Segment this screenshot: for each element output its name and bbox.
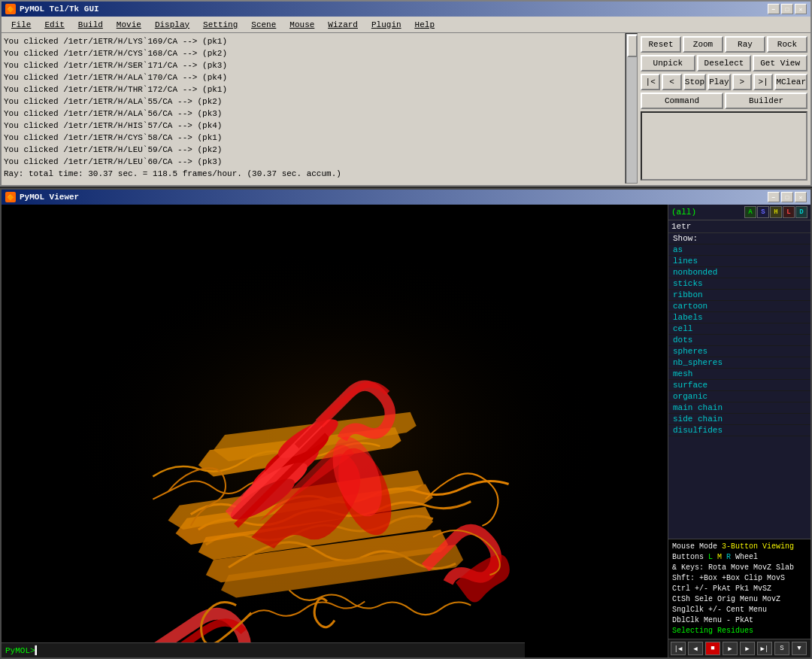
menu-item-wizard[interactable]: Wizard	[322, 19, 364, 31]
menu-list-item-0[interactable]: Show:	[668, 233, 810, 244]
menubar: FileEditBuildMovieDisplaySettingSceneMou…	[2, 17, 810, 33]
menu-list-item-9[interactable]: dots	[668, 335, 810, 346]
menu-item-setting[interactable]: Setting	[197, 19, 244, 31]
menu-list-item-4[interactable]: sticks	[668, 278, 810, 290]
frame-prev[interactable]: ◀	[688, 642, 703, 655]
command-line: PyMOL> ▍	[2, 642, 525, 657]
command-prompt: PyMOL>	[5, 646, 35, 655]
all-label: (all)	[671, 208, 744, 217]
protein-visualization	[2, 205, 668, 657]
menu-item-movie[interactable]: Movie	[111, 19, 147, 31]
menu-item-plugin[interactable]: Plugin	[365, 19, 408, 31]
log-line: You clicked /1etr/1ETR/H/ALA`55/CA --> (…	[4, 96, 623, 108]
menu-list-item-5[interactable]: ribbon	[668, 290, 810, 301]
menu-list-item-8[interactable]: cell	[668, 323, 810, 335]
menu-item-file[interactable]: File	[5, 19, 37, 31]
log-line: You clicked /1etr/1ETR/H/THR`172/CA --> …	[4, 84, 623, 96]
all-btn-s[interactable]: S	[757, 206, 769, 218]
object-1etr-row: 1etr	[668, 220, 810, 233]
nav-btn-<[interactable]: <	[662, 74, 681, 90]
viewer-maximize[interactable]: □	[781, 192, 793, 202]
ctrl-btn-command[interactable]: Command	[641, 93, 723, 109]
ctrl-btn-reset[interactable]: Reset	[641, 36, 681, 53]
tcltk-gui-window: 🔶 PyMOL Tcl/Tk GUI − □ ✕ FileEditBuildMo…	[0, 0, 812, 187]
all-btn-d[interactable]: D	[795, 206, 807, 218]
frame-next[interactable]: ▶	[740, 642, 755, 655]
pymol-viewer-window: 🔶 PyMOL Viewer − □ ✕	[0, 188, 812, 659]
menu-item-scene[interactable]: Scene	[245, 19, 282, 31]
log-line: You clicked /1etr/1ETR/H/HIS`57/CA --> (…	[4, 120, 623, 132]
log-line: You clicked /1etr/1ETR/H/LYS`169/CA --> …	[4, 35, 623, 47]
menu-item-edit[interactable]: Edit	[38, 19, 70, 31]
nav-btn-play[interactable]: Play	[707, 74, 730, 90]
ctrl-btn-ray[interactable]: Ray	[725, 36, 765, 53]
log-line: You clicked /1etr/1ETR/H/CYS`168/CA --> …	[4, 47, 623, 59]
log-line: You clicked /1etr/1ETR/H/LEU`60/CA --> (…	[4, 156, 623, 168]
menu-list-item-2[interactable]: lines	[668, 256, 810, 267]
frame-play[interactable]: ▶	[723, 642, 738, 655]
menu-item-build[interactable]: Build	[72, 19, 109, 31]
viewport-3d[interactable]: PyMOL> ▍	[2, 205, 668, 657]
mouse-keys-line3: Ctrl +/- PkAt Pk1 MvSZ	[672, 584, 807, 594]
selecting-residues: Selecting Residues	[672, 626, 807, 636]
menu-list-item-13[interactable]: surface	[668, 380, 810, 391]
mouse-mode-line: Mouse Mode 3-Button Viewing	[672, 542, 807, 552]
all-btn-a[interactable]: A	[744, 206, 756, 218]
viewer-titlebar: 🔶 PyMOL Viewer − □ ✕	[2, 190, 810, 205]
ctrl-btn-rock[interactable]: Rock	[767, 36, 807, 53]
nav-btn->[interactable]: >	[732, 74, 752, 90]
menu-list-item-15[interactable]: main chain	[668, 402, 810, 414]
log-line: You clicked /1etr/1ETR/H/SER`171/CA --> …	[4, 59, 623, 71]
mouse-keys-line2: Shft: +Box +Box Clip MovS	[672, 573, 807, 584]
mouse-keys-line5: SnglClk +/- Cent Menu	[672, 605, 807, 615]
nav-btn-mclear[interactable]: MClear	[774, 74, 807, 90]
control-row-3: |<<StopPlay>>|MClear	[641, 74, 807, 90]
menu-item-mouse[interactable]: Mouse	[283, 19, 320, 31]
mouse-keys-line4: CtSh Sele Orig Menu MovZ	[672, 594, 807, 605]
mouse-buttons-line: Buttons L M R Wheel	[672, 552, 807, 563]
viewer-close[interactable]: ✕	[795, 192, 807, 202]
menu-list-item-7[interactable]: labels	[668, 312, 810, 323]
log-line: You clicked /1etr/1ETR/H/ALA`56/CA --> (…	[4, 108, 623, 120]
frame-control: |◀ ◀ ■ ▶ ▶ ▶| S ▼	[668, 639, 810, 657]
tcltk-maximize[interactable]: □	[781, 4, 793, 14]
menu-list-item-10[interactable]: spheres	[668, 346, 810, 357]
tcltk-minimize[interactable]: −	[768, 4, 780, 14]
control-row-4: CommandBuilder	[641, 93, 807, 109]
menu-list-item-16[interactable]: side chain	[668, 414, 810, 425]
menu-list-item-1[interactable]: as	[668, 244, 810, 256]
log-line: You clicked /1etr/1ETR/H/LEU`59/CA --> (…	[4, 144, 623, 156]
menu-item-display[interactable]: Display	[149, 19, 195, 31]
control-panel: ResetZoomRayRock UnpickDeselectGet View …	[638, 33, 810, 184]
nav-btn-stop[interactable]: Stop	[683, 74, 706, 90]
frame-start[interactable]: |◀	[671, 642, 686, 655]
menu-list-item-11[interactable]: nb_spheres	[668, 357, 810, 369]
frame-down[interactable]: ▼	[792, 642, 807, 655]
log-scrollbar[interactable]	[626, 33, 638, 184]
viewer-icon: 🔶	[5, 192, 16, 202]
nav-btn-|<[interactable]: |<	[641, 74, 660, 90]
context-menu-list[interactable]: Show:aslinesnonbondedsticksribboncartoon…	[668, 233, 810, 539]
ctrl-btn-zoom[interactable]: Zoom	[683, 36, 723, 53]
frame-stop[interactable]: ■	[705, 642, 720, 655]
menu-list-item-3[interactable]: nonbonded	[668, 267, 810, 278]
menu-list-item-12[interactable]: mesh	[668, 369, 810, 380]
menu-item-help[interactable]: Help	[409, 19, 441, 31]
ctrl-btn-unpick[interactable]: Unpick	[641, 55, 695, 71]
mouse-keys-line6: DblClk Menu - PkAt	[672, 615, 807, 626]
ctrl-btn-builder[interactable]: Builder	[725, 93, 807, 109]
menu-list-item-14[interactable]: organic	[668, 391, 810, 402]
tcltk-close[interactable]: ✕	[795, 4, 807, 14]
menu-list-item-17[interactable]: disulfides	[668, 425, 810, 436]
frame-end[interactable]: ▶|	[757, 642, 772, 655]
all-btn-h[interactable]: H	[770, 206, 782, 218]
ctrl-btn-deselect[interactable]: Deselect	[697, 55, 752, 71]
all-btn-l[interactable]: L	[783, 206, 795, 218]
nav-btn->|[interactable]: >|	[753, 74, 773, 90]
ctrl-btn-get-view[interactable]: Get View	[753, 55, 807, 71]
frame-s[interactable]: S	[774, 642, 789, 655]
menu-list-item-6[interactable]: cartoon	[668, 301, 810, 312]
mouse-keys-line1: & Keys: Rota Move MovZ Slab	[672, 563, 807, 573]
scrollbar-thumb[interactable]	[627, 35, 638, 57]
viewer-minimize[interactable]: −	[768, 192, 780, 202]
